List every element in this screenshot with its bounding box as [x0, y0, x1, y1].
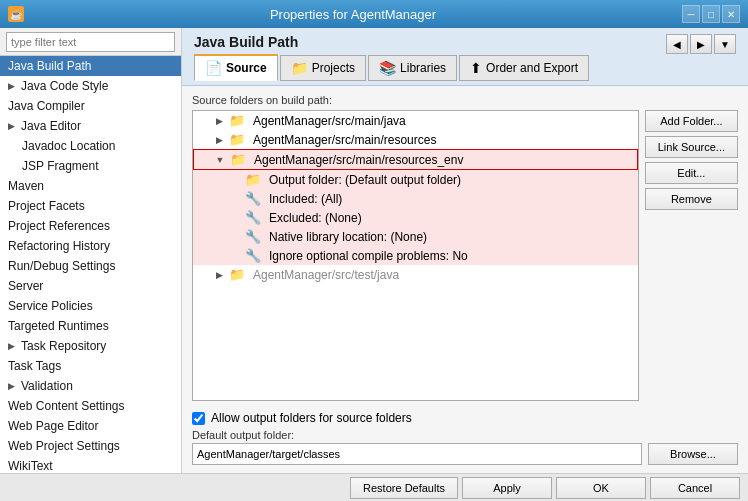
sidebar-item-maven[interactable]: Maven	[0, 176, 181, 196]
tree-item-icon: 🔧	[245, 229, 261, 244]
allow-output-label: Allow output folders for source folders	[211, 411, 412, 425]
tree-item-src-main-java[interactable]: ▶📁AgentManager/src/main/java	[193, 111, 638, 130]
tabs-row: 📄Source📁Projects📚Libraries⬆Order and Exp…	[194, 54, 736, 81]
source-section-label: Source folders on build path:	[192, 94, 738, 106]
arrow-icon: ▶	[8, 341, 15, 351]
sidebar-item-label: Java Compiler	[8, 99, 85, 113]
browse-button[interactable]: Browse...	[648, 443, 738, 465]
remove-button[interactable]: Remove	[645, 188, 738, 210]
source-tree: ▶📁AgentManager/src/main/java▶📁AgentManag…	[192, 110, 639, 401]
sidebar-item-label: Project References	[8, 219, 110, 233]
nav-forward-btn[interactable]: ▶	[690, 34, 712, 54]
sidebar-item-task-tags[interactable]: Task Tags	[0, 356, 181, 376]
nav-menu-btn[interactable]: ▼	[714, 34, 736, 54]
output-folder-input[interactable]	[192, 443, 642, 465]
sidebar-item-refactoring-history[interactable]: Refactoring History	[0, 236, 181, 256]
tab-label: Source	[226, 61, 267, 75]
tree-item-src-test-java[interactable]: ▶📁AgentManager/src/test/java	[193, 265, 638, 284]
tree-item-excluded[interactable]: 🔧Excluded: (None)	[193, 208, 638, 227]
content-area: Java Build Path ◀ ▶ ▼ 📄Source📁Projects📚L…	[182, 28, 748, 473]
window-controls: ─ □ ✕	[682, 5, 740, 23]
tree-item-included[interactable]: 🔧Included: (All)	[193, 189, 638, 208]
sidebar-item-validation[interactable]: ▶Validation	[0, 376, 181, 396]
source-tab-icon: 📄	[205, 60, 222, 76]
sidebar-item-web-project-settings[interactable]: Web Project Settings	[0, 436, 181, 456]
sidebar-item-java-code-style[interactable]: ▶Java Code Style	[0, 76, 181, 96]
sidebar-item-label: Task Repository	[21, 339, 106, 353]
ok-btn[interactable]: OK	[556, 477, 646, 499]
cancel-btn[interactable]: Cancel	[650, 477, 740, 499]
sidebar-item-label: Java Build Path	[8, 59, 91, 73]
sidebar-item-javadoc-location[interactable]: Javadoc Location	[0, 136, 181, 156]
link-source-button[interactable]: Link Source...	[645, 136, 738, 158]
sidebar-item-project-facets[interactable]: Project Facets	[0, 196, 181, 216]
tree-item-icon: 🔧	[245, 210, 261, 225]
window-icon: ☕	[8, 6, 24, 22]
sidebar-item-task-repository[interactable]: ▶Task Repository	[0, 336, 181, 356]
sidebar-item-label: Refactoring History	[8, 239, 110, 253]
sidebar-list: Java Build Path▶Java Code StyleJava Comp…	[0, 56, 181, 473]
sidebar-item-targeted-runtimes[interactable]: Targeted Runtimes	[0, 316, 181, 336]
close-btn[interactable]: ✕	[722, 5, 740, 23]
sidebar-item-label: WikiText	[8, 459, 53, 473]
tree-item-label: AgentManager/src/test/java	[253, 268, 399, 282]
tab-order-export[interactable]: ⬆Order and Export	[459, 55, 589, 81]
restore-defaults-btn[interactable]: Restore Defaults	[350, 477, 458, 499]
tree-item-label: Included: (All)	[269, 192, 342, 206]
tree-expand-icon: ▶	[213, 135, 225, 145]
tree-item-label: Excluded: (None)	[269, 211, 362, 225]
sidebar-item-label: Java Editor	[21, 119, 81, 133]
sidebar-item-server[interactable]: Server	[0, 276, 181, 296]
sidebar-item-service-policies[interactable]: Service Policies	[0, 296, 181, 316]
sidebar-item-label: Run/Debug Settings	[8, 259, 115, 273]
tree-item-label: AgentManager/src/main/resources	[253, 133, 436, 147]
nav-back-btn[interactable]: ◀	[666, 34, 688, 54]
tree-item-output-folder[interactable]: 📁Output folder: (Default output folder)	[193, 170, 638, 189]
sidebar-item-label: JSP Fragment	[22, 159, 98, 173]
projects-tab-icon: 📁	[291, 60, 308, 76]
output-folder-row: Browse...	[192, 443, 738, 465]
window-title: Properties for AgentManager	[24, 7, 682, 22]
sidebar-item-label: Web Project Settings	[8, 439, 120, 453]
minimize-btn[interactable]: ─	[682, 5, 700, 23]
tree-item-ignore-optional[interactable]: 🔧Ignore optional compile problems: No	[193, 246, 638, 265]
arrow-icon: ▶	[8, 121, 15, 131]
tab-projects[interactable]: 📁Projects	[280, 55, 366, 81]
allow-output-checkbox[interactable]	[192, 412, 205, 425]
sidebar-item-label: Targeted Runtimes	[8, 319, 109, 333]
tab-source[interactable]: 📄Source	[194, 54, 278, 81]
right-buttons: Add Folder...Link Source...Edit...Remove	[639, 110, 738, 407]
tab-label: Order and Export	[486, 61, 578, 75]
tree-item-native-library[interactable]: 🔧Native library location: (None)	[193, 227, 638, 246]
tree-item-icon: 📁	[245, 172, 261, 187]
tree-item-src-main-resources[interactable]: ▶📁AgentManager/src/main/resources	[193, 130, 638, 149]
tree-item-label: Ignore optional compile problems: No	[269, 249, 468, 263]
sidebar-filter-input[interactable]	[6, 32, 175, 52]
sidebar-item-label: Maven	[8, 179, 44, 193]
sidebar-item-web-page-editor[interactable]: Web Page Editor	[0, 416, 181, 436]
content-body: Source folders on build path: ▶📁AgentMan…	[182, 86, 748, 473]
sidebar-item-web-content-settings[interactable]: Web Content Settings	[0, 396, 181, 416]
tree-item-label: AgentManager/src/main/resources_env	[254, 153, 463, 167]
tree-item-src-main-resources-env[interactable]: ▼📁AgentManager/src/main/resources_env	[193, 149, 638, 170]
sidebar-item-java-build-path[interactable]: Java Build Path	[0, 56, 181, 76]
sidebar-item-label: Java Code Style	[21, 79, 108, 93]
apply-btn[interactable]: Apply	[462, 477, 552, 499]
sidebar-item-java-compiler[interactable]: Java Compiler	[0, 96, 181, 116]
add-folder-button[interactable]: Add Folder...	[645, 110, 738, 132]
tree-item-label: AgentManager/src/main/java	[253, 114, 406, 128]
maximize-btn[interactable]: □	[702, 5, 720, 23]
tree-expand-icon: ▶	[213, 270, 225, 280]
sidebar-item-run-debug-settings[interactable]: Run/Debug Settings	[0, 256, 181, 276]
tree-expand-icon: ▶	[213, 116, 225, 126]
tree-item-icon: 📁	[229, 132, 245, 147]
sidebar-item-jsp-fragment[interactable]: JSP Fragment	[0, 156, 181, 176]
sidebar-filter-area	[0, 28, 181, 56]
tab-libraries[interactable]: 📚Libraries	[368, 55, 457, 81]
sidebar-item-java-editor[interactable]: ▶Java Editor	[0, 116, 181, 136]
sidebar-item-wikitext[interactable]: WikiText	[0, 456, 181, 473]
tree-item-icon: 📁	[229, 113, 245, 128]
sidebar-item-label: Validation	[21, 379, 73, 393]
sidebar-item-project-references[interactable]: Project References	[0, 216, 181, 236]
edit-button[interactable]: Edit...	[645, 162, 738, 184]
